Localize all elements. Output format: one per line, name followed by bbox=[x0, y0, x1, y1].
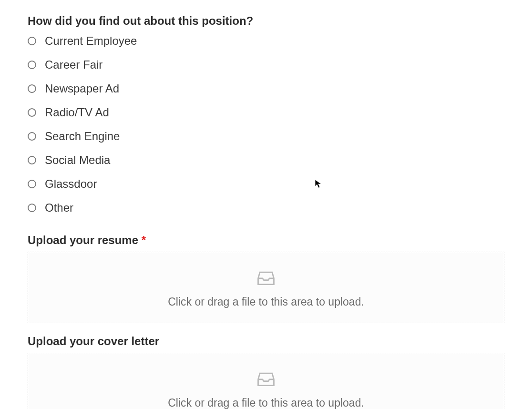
radio-label: Career Fair bbox=[45, 58, 102, 72]
radio-circle-icon bbox=[28, 204, 36, 212]
radio-label: Newspaper Ad bbox=[45, 82, 119, 95]
radio-circle-icon bbox=[28, 61, 36, 69]
radio-circle-icon bbox=[28, 84, 36, 93]
radio-circle-icon bbox=[28, 108, 36, 117]
radio-label: Search Engine bbox=[45, 130, 120, 143]
upload-cover-letter-area[interactable]: Click or drag a file to this area to upl… bbox=[28, 353, 504, 409]
radio-option-radio-tv-ad[interactable]: Radio/TV Ad bbox=[28, 106, 504, 119]
radio-option-current-employee[interactable]: Current Employee bbox=[28, 34, 504, 48]
inbox-icon bbox=[256, 267, 276, 288]
upload-resume-label: Upload your resume * bbox=[28, 234, 504, 247]
radio-label: Radio/TV Ad bbox=[45, 106, 109, 119]
upload-resume-section: Upload your resume * Click or drag a fil… bbox=[28, 234, 504, 323]
form-container: How did you find out about this position… bbox=[28, 14, 504, 409]
radio-option-search-engine[interactable]: Search Engine bbox=[28, 130, 504, 143]
upload-cover-letter-label: Upload your cover letter bbox=[28, 335, 504, 348]
radio-circle-icon bbox=[28, 156, 36, 164]
radio-label: Glassdoor bbox=[45, 177, 97, 191]
upload-resume-hint: Click or drag a file to this area to upl… bbox=[168, 296, 364, 308]
radio-circle-icon bbox=[28, 37, 36, 45]
upload-resume-area[interactable]: Click or drag a file to this area to upl… bbox=[28, 252, 504, 323]
radio-option-newspaper-ad[interactable]: Newspaper Ad bbox=[28, 82, 504, 95]
required-asterisk: * bbox=[142, 234, 146, 246]
radio-option-career-fair[interactable]: Career Fair bbox=[28, 58, 504, 72]
radio-option-social-media[interactable]: Social Media bbox=[28, 153, 504, 167]
question-label: How did you find out about this position… bbox=[28, 14, 504, 28]
upload-cover-letter-hint: Click or drag a file to this area to upl… bbox=[168, 397, 364, 409]
inbox-icon bbox=[256, 368, 276, 389]
radio-label: Current Employee bbox=[45, 34, 137, 48]
radio-group: Current Employee Career Fair Newspaper A… bbox=[28, 34, 504, 215]
upload-resume-label-text: Upload your resume bbox=[28, 234, 142, 246]
radio-option-other[interactable]: Other bbox=[28, 201, 504, 215]
radio-label: Other bbox=[45, 201, 73, 215]
radio-label: Social Media bbox=[45, 153, 110, 167]
radio-circle-icon bbox=[28, 180, 36, 188]
upload-cover-letter-section: Upload your cover letter Click or drag a… bbox=[28, 335, 504, 409]
radio-circle-icon bbox=[28, 132, 36, 141]
radio-option-glassdoor[interactable]: Glassdoor bbox=[28, 177, 504, 191]
